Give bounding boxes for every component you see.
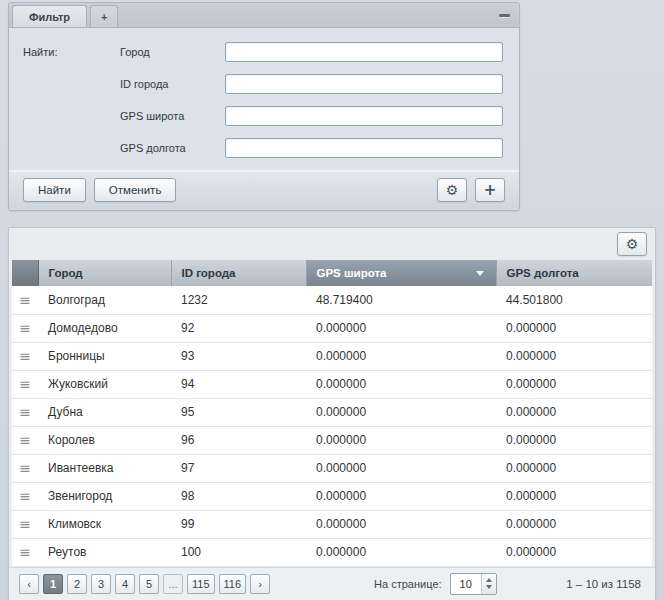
column-header-city-id[interactable]: ID города [171, 260, 306, 286]
row-menu-icon[interactable]: ≡ [19, 404, 31, 420]
gps-lat-input[interactable] [225, 106, 503, 126]
cell-city: Дубна [38, 398, 171, 426]
cell-gps-lon: 44.501800 [496, 286, 652, 314]
search-button[interactable]: Найти [23, 178, 86, 202]
cell-city: Ивантеевка [38, 454, 171, 482]
cell-city: Жуковский [38, 370, 171, 398]
per-page-select[interactable]: 10 [450, 573, 497, 595]
table-header-row: Город ID города GPS широта GPS долгота [12, 260, 652, 286]
prev-page-button[interactable]: ‹ [19, 574, 39, 594]
pagination-bar: ‹ 1 2 3 4 5 ... 115 116 › На странице: 1… [9, 567, 655, 600]
cell-city-id: 96 [171, 426, 306, 454]
cities-table: Город ID города GPS широта GPS долгота ≡… [12, 260, 652, 567]
table-settings-button[interactable]: ⚙ [617, 232, 647, 256]
collapse-panel-button[interactable] [497, 10, 511, 20]
cell-city-id: 94 [171, 370, 306, 398]
city-id-input[interactable] [225, 74, 503, 94]
cell-gps-lon: 0.000000 [496, 538, 652, 566]
table-toolbar: ⚙ [9, 228, 655, 260]
cell-gps-lat: 0.000000 [306, 538, 496, 566]
cell-city-id: 99 [171, 510, 306, 538]
cell-gps-lon: 0.000000 [496, 370, 652, 398]
cell-gps-lat: 0.000000 [306, 482, 496, 510]
page-button-3[interactable]: 3 [91, 574, 111, 594]
cell-gps-lat: 0.000000 [306, 398, 496, 426]
cell-city-id: 98 [171, 482, 306, 510]
cancel-button[interactable]: Отменить [94, 178, 177, 202]
per-page-label: На странице: [374, 578, 441, 590]
row-menu-icon[interactable]: ≡ [19, 292, 31, 308]
cell-gps-lat: 0.000000 [306, 314, 496, 342]
column-header-city[interactable]: Город [38, 260, 171, 286]
row-menu-icon[interactable]: ≡ [19, 460, 31, 476]
city-input[interactable] [225, 42, 503, 62]
column-header-gps-lat-label: GPS широта [317, 267, 387, 279]
gps-lon-input[interactable] [225, 138, 503, 158]
gear-icon: ⚙ [446, 182, 459, 198]
cell-city: Звенигород [38, 482, 171, 510]
table-row[interactable]: ≡ Звенигород 98 0.000000 0.000000 [12, 482, 652, 510]
row-menu-icon[interactable]: ≡ [19, 432, 31, 448]
page-button-115[interactable]: 115 [187, 574, 215, 594]
row-menu-icon[interactable]: ≡ [19, 320, 31, 336]
spin-up-icon[interactable] [486, 578, 492, 582]
cell-gps-lon: 0.000000 [496, 510, 652, 538]
table-row[interactable]: ≡ Волгоград 1232 48.719400 44.501800 [12, 286, 652, 314]
add-tab-button[interactable]: + [90, 5, 118, 27]
table-row[interactable]: ≡ Королев 96 0.000000 0.000000 [12, 426, 652, 454]
table-row[interactable]: ≡ Дубна 95 0.000000 0.000000 [12, 398, 652, 426]
row-menu-icon[interactable]: ≡ [19, 348, 31, 364]
cell-city-id: 1232 [171, 286, 306, 314]
page-button-116[interactable]: 116 [219, 574, 247, 594]
table-row[interactable]: ≡ Реутов 100 0.000000 0.000000 [12, 538, 652, 566]
cell-gps-lat: 48.719400 [306, 286, 496, 314]
column-header-gps-lon[interactable]: GPS долгота [496, 260, 652, 286]
tab-filter-label: Фильтр [29, 11, 70, 23]
row-range-label: 1 – 10 из 1158 [566, 578, 645, 590]
page-gap-ellipsis: ... [163, 574, 183, 594]
page-button-4[interactable]: 4 [115, 574, 135, 594]
cell-gps-lon: 0.000000 [496, 426, 652, 454]
find-label: Найти: [23, 42, 120, 158]
row-menu-icon[interactable]: ≡ [19, 376, 31, 392]
table-row[interactable]: ≡ Ивантеевка 97 0.000000 0.000000 [12, 454, 652, 482]
field-row-city-id: ID города [120, 74, 503, 94]
filter-widget: Фильтр + Найти: Город ID города [8, 2, 520, 211]
cell-gps-lon: 0.000000 [496, 454, 652, 482]
cell-city-id: 97 [171, 454, 306, 482]
filter-button-row: Найти Отменить ⚙ + [9, 170, 519, 210]
cell-gps-lon: 0.000000 [496, 342, 652, 370]
cell-gps-lat: 0.000000 [306, 342, 496, 370]
page-button-1[interactable]: 1 [43, 574, 63, 594]
page-button-2[interactable]: 2 [67, 574, 87, 594]
next-page-button[interactable]: › [250, 574, 270, 594]
row-menu-icon[interactable]: ≡ [19, 488, 31, 504]
column-header-gps-lat[interactable]: GPS широта [306, 260, 496, 286]
page-button-5[interactable]: 5 [139, 574, 159, 594]
table-row[interactable]: ≡ Жуковский 94 0.000000 0.000000 [12, 370, 652, 398]
cell-city-id: 95 [171, 398, 306, 426]
table-widget: ⚙ Город ID города GPS широта GPS долгота [8, 227, 656, 600]
gps-lat-field-label: GPS широта [120, 106, 225, 126]
cell-gps-lon: 0.000000 [496, 398, 652, 426]
filter-add-button[interactable]: + [475, 178, 505, 202]
tab-filter[interactable]: Фильтр [12, 5, 87, 27]
cell-gps-lat: 0.000000 [306, 370, 496, 398]
page: Фильтр + Найти: Город ID города [0, 0, 664, 600]
filter-fields: Город ID города GPS широта GPS долгота [120, 42, 503, 158]
row-menu-icon[interactable]: ≡ [19, 516, 31, 532]
cell-city-id: 92 [171, 314, 306, 342]
cell-city-id: 93 [171, 342, 306, 370]
table-row[interactable]: ≡ Климовск 99 0.000000 0.000000 [12, 510, 652, 538]
filter-form: Найти: Город ID города GPS широта GPS до… [9, 28, 519, 170]
plus-icon: + [484, 181, 497, 199]
plus-icon: + [101, 11, 107, 23]
city-field-label: Город [120, 42, 225, 62]
filter-settings-button[interactable]: ⚙ [437, 178, 467, 202]
table-row[interactable]: ≡ Домодедово 92 0.000000 0.000000 [12, 314, 652, 342]
spinner-icon[interactable] [481, 574, 496, 594]
row-menu-icon[interactable]: ≡ [19, 544, 31, 560]
table-row[interactable]: ≡ Бронницы 93 0.000000 0.000000 [12, 342, 652, 370]
sort-desc-icon [476, 271, 484, 276]
spin-down-icon[interactable] [486, 585, 492, 589]
